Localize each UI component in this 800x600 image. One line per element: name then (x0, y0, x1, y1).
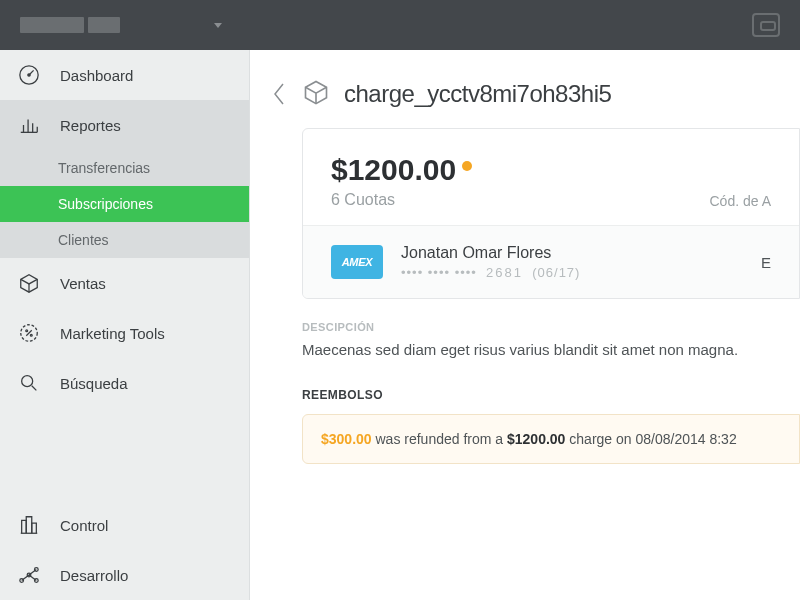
refund-amount: $300.00 (321, 431, 372, 447)
sidebar-item-control[interactable]: Control (0, 500, 249, 550)
wallet-icon[interactable] (752, 13, 780, 37)
org-name-placeholder (20, 17, 120, 33)
svg-point-4 (30, 334, 32, 336)
sidebar-item-label: Clientes (58, 232, 109, 248)
sidebar: Dashboard Reportes Transferencias Subscr… (0, 50, 250, 600)
charge-description: Maecenas sed diam eget risus varius blan… (250, 339, 800, 362)
sidebar-item-label: Desarrollo (60, 567, 128, 584)
card-status: E (761, 254, 771, 271)
sidebar-item-reportes[interactable]: Reportes (0, 100, 249, 150)
sidebar-item-marketing[interactable]: Marketing Tools (0, 308, 249, 358)
sidebar-item-label: Búsqueda (60, 375, 128, 392)
box-icon (18, 272, 40, 294)
svg-point-5 (22, 376, 33, 387)
gauge-icon (18, 64, 40, 86)
main-content: charge_ycctv8mi7oh83hi5 $1200.00 6 Cuota… (250, 50, 800, 600)
sidebar-item-clientes[interactable]: Clientes (0, 222, 249, 258)
card-brand-text: AMEX (342, 256, 373, 268)
sidebar-item-subscripciones[interactable]: Subscripciones (0, 186, 249, 222)
sidebar-item-transferencias[interactable]: Transferencias (0, 150, 249, 186)
sidebar-item-desarrollo[interactable]: Desarrollo (0, 550, 249, 600)
svg-point-3 (26, 330, 28, 332)
sidebar-item-label: Ventas (60, 275, 106, 292)
status-dot-icon (462, 161, 472, 171)
sidebar-item-label: Dashboard (60, 67, 133, 84)
sidebar-section-reportes: Reportes Transferencias Subscripciones C… (0, 100, 249, 258)
description-label: Descipción (250, 299, 800, 339)
sidebar-item-label: Marketing Tools (60, 325, 165, 342)
sidebar-item-busqueda[interactable]: Búsqueda (0, 358, 249, 408)
percent-badge-icon (18, 322, 40, 344)
chevron-down-icon (214, 23, 222, 28)
svg-point-1 (28, 74, 30, 76)
sidebar-item-label: Subscripciones (58, 196, 153, 212)
sidebar-item-label: Reportes (60, 117, 121, 134)
card-row: AMEX Jonatan Omar Flores •••• •••• •••• … (303, 225, 799, 298)
buildings-icon (18, 514, 40, 536)
refund-label: Reembolso (250, 362, 800, 414)
charge-panel: $1200.00 6 Cuotas Cód. de A AMEX Jonatan… (302, 128, 800, 299)
card-number-masked: •••• •••• •••• 2681 (06/17) (401, 265, 743, 280)
org-switcher[interactable] (20, 17, 222, 33)
refund-notice: $300.00 was refunded from a $1200.00 cha… (302, 414, 800, 464)
refund-charge-amount: $1200.00 (507, 431, 565, 447)
charge-cuotas: 6 Cuotas (331, 191, 472, 209)
bar-chart-icon (18, 114, 40, 136)
charge-id: charge_ycctv8mi7oh83hi5 (344, 80, 611, 108)
back-button[interactable] (270, 80, 288, 108)
auth-code-label: Cód. de A (710, 193, 772, 209)
card-brand-badge: AMEX (331, 245, 383, 279)
network-icon (18, 564, 40, 586)
topbar (0, 0, 800, 50)
box-icon (302, 78, 330, 110)
amount-value: $1200.00 (331, 153, 456, 187)
charge-header: charge_ycctv8mi7oh83hi5 (250, 78, 800, 128)
sidebar-item-label: Control (60, 517, 108, 534)
charge-amount: $1200.00 (331, 153, 472, 187)
search-icon (18, 372, 40, 394)
card-holder: Jonatan Omar Flores (401, 244, 743, 262)
sidebar-item-ventas[interactable]: Ventas (0, 258, 249, 308)
sidebar-item-dashboard[interactable]: Dashboard (0, 50, 249, 100)
sidebar-item-label: Transferencias (58, 160, 150, 176)
